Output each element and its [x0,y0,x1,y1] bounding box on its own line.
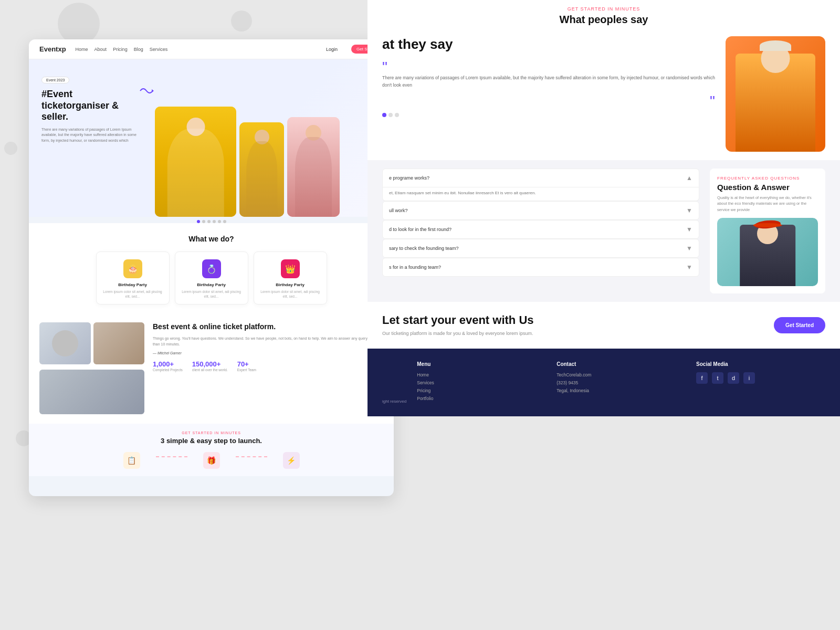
nav-about[interactable]: About [94,47,107,52]
hero-img-2 [239,122,284,217]
stat-label-3: Expert Team [237,368,256,372]
dot-3[interactable] [207,220,211,223]
t-dot-3[interactable] [395,113,399,117]
footer-link-pricing[interactable]: Pricing [417,388,546,393]
what-we-do-section: What we do? 🎂 Birthday Party Lorem ipsum… [29,223,394,313]
faq-answer-1: et, Etiam nasquam set minim eu ibit. Non… [382,187,699,201]
nav-pricing[interactable]: Pricing [113,47,128,52]
step-icon-2: 🎁 [203,452,220,469]
nav-blog[interactable]: Blog [134,47,143,52]
faq-item-1[interactable]: e programe works? ▲ et, Etiam nasquam se… [382,169,699,201]
service-name-2: Birthday Party [181,282,243,287]
qa-person-image [717,218,818,286]
faq-q-text-1: e programe works? [389,175,429,181]
dot-4[interactable] [213,220,216,223]
qa-person-hat-brim [753,223,782,227]
t-dot-2[interactable] [388,113,393,117]
faq-question-1[interactable]: e programe works? ▲ [382,169,699,187]
footer-contact-phone: (323) 9435 [556,380,686,385]
discord-icon[interactable]: d [728,372,739,384]
faq-item-3[interactable]: d to look for in the first round? ▼ [382,220,699,239]
faq-q-text-5: s for in a founding team? [389,265,441,270]
stat-1: 1,000+ Completed Projects [153,360,183,372]
stat-num-3: 70+ [237,360,256,368]
dot-5[interactable] [218,220,221,223]
facebook-icon[interactable]: f [696,372,708,384]
footer-menu-col: Menu Home Services Pricing Portfolio [417,361,546,404]
top-testimonial-subtitle: GET STARTED IN MINUTES [388,6,819,12]
login-link[interactable]: Login [326,47,338,52]
faq-item-4[interactable]: sary to check the founding team? ▼ [382,239,699,258]
stat-2: 150,000+ client all over the world. [192,360,228,372]
twitter-icon[interactable]: t [712,372,723,384]
dot-2[interactable] [202,220,205,223]
faq-chevron-2[interactable]: ▼ [686,207,692,214]
footer-link-home[interactable]: Home [417,372,546,377]
nav-links: Home About Pricing Blog Services [76,47,168,52]
faq-q-text-3: d to look for in the first round? [389,227,452,232]
steps-title: 3 simple & easy step to launch. [39,437,383,445]
faq-q-text-4: sary to check the founding team? [389,246,459,251]
stat-num-2: 150,000+ [192,360,228,368]
let-start-section: Let start your event with Us Our ticketi… [368,302,840,349]
footer-link-portfolio[interactable]: Portfolio [417,396,546,401]
service-desc-2: Lorem ipsum dolor sit amet, adi piscing … [181,289,243,299]
quote-mark-open: " [382,60,715,75]
faq-item-2[interactable]: ull work? ▼ [382,201,699,220]
t-dot-1[interactable] [382,113,386,117]
service-card-3: 👑 Birthday Party Lorem ipsum dolor sit a… [254,251,327,304]
footer-social-col: Social Media f t d i [696,361,825,384]
service-name-1: Birthday Party [102,282,164,287]
what-we-do-title: What we do? [39,235,383,243]
testimonial-quote: There are many variations of passages of… [382,75,715,89]
instagram-icon[interactable]: i [743,372,755,384]
service-desc-3: Lorem ipsum dolor sit amet, adi piscing … [259,289,321,299]
event-content: Best event & online ticket platform. Thi… [153,322,383,372]
faq-q-text-2: ull work? [389,208,408,213]
dot-6[interactable] [223,220,226,223]
event-img-2 [93,322,145,364]
faq-chevron-4[interactable]: ▼ [686,245,692,252]
they-say-title: at they say [382,36,715,52]
footer-social-title: Social Media [696,361,825,367]
testimonial-content: at they say " There are many variations … [382,36,715,117]
stat-3: 70+ Expert Team [237,360,256,372]
step-icon-3: ⚡ [283,452,300,469]
left-nav: Eventxp Home About Pricing Blog Services… [29,39,394,59]
let-start-desc: Our ticketing platform is made for you &… [382,330,534,338]
faq-chevron-3[interactable]: ▼ [686,226,692,233]
left-website-mockup: Eventxp Home About Pricing Blog Services… [29,39,394,496]
nav-services[interactable]: Services [150,47,168,52]
squiggle-decoration [139,86,155,96]
footer-contact-website: TechCorelab.com [556,372,686,377]
step-line-2 [236,456,267,457]
faq-item-5[interactable]: s for in a founding team? ▼ [382,258,699,277]
step-line-1 [156,456,187,457]
let-start-button[interactable]: Get Started [774,317,825,333]
faq-qa-row: e programe works? ▲ et, Etiam nasquam se… [382,169,825,293]
dot-1[interactable] [197,220,200,223]
hero-images [150,59,394,217]
qa-desc: Quality is at the heart of everything we… [717,195,818,213]
right-panel: GET STARTED IN MINUTES What peoples say … [368,0,840,630]
faq-list: e programe works? ▲ et, Etiam nasquam se… [382,169,699,293]
faq-chevron-5[interactable]: ▼ [686,264,692,271]
hero-img-3 [287,117,340,217]
event-author: — Mitchel Garner [153,351,383,355]
svg-marker-0 [152,89,154,92]
hero-desc: There are many variations of passages of… [41,127,137,144]
faq-chevron-1[interactable]: ▲ [686,174,692,182]
footer-link-services[interactable]: Services [417,380,546,385]
services-grid: 🎂 Birthday Party Lorem ipsum color sit a… [39,251,383,304]
testimonial-avatar-img [726,36,825,152]
testimonial-dots [382,113,715,117]
steps-row: 📋 🎁 ⚡ [39,452,383,469]
service-icon-3: 👑 [281,259,300,278]
top-testimonial-header: GET STARTED IN MINUTES What peoples say [368,0,840,26]
hero-text: Event 2023 #Event ticketorganiser & sell… [29,59,150,217]
they-say-section: at they say " There are many variations … [368,26,840,160]
best-event-section: Best event & online ticket platform. Thi… [29,313,394,424]
nav-home[interactable]: Home [76,47,88,52]
social-icons-row: f t d i [696,372,825,384]
simple-steps-section: GET STARTED IN MINUTES 3 simple & easy s… [29,424,394,476]
